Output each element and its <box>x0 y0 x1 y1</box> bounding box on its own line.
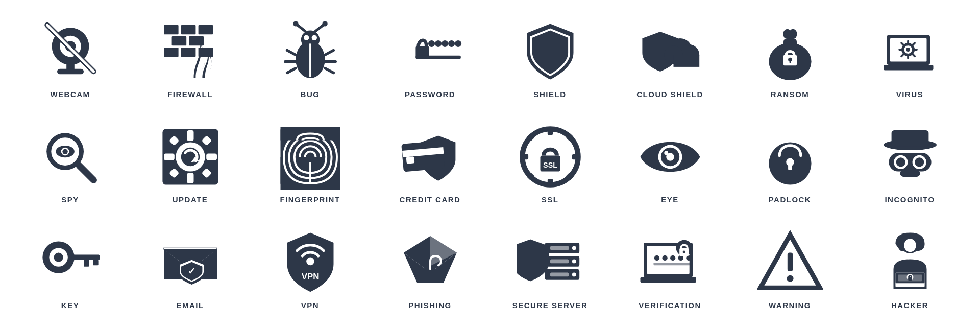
spy-label: SPY <box>61 195 79 204</box>
svg-text:✓: ✓ <box>188 267 195 277</box>
eye-icon <box>637 124 703 190</box>
icon-cell-bug: BUG <box>250 5 370 111</box>
icon-cell-phishing: PHISHING <box>370 216 490 322</box>
icon-cell-eye: EYE <box>610 111 730 217</box>
svg-rect-91 <box>547 127 552 135</box>
svg-rect-69 <box>187 173 193 184</box>
svg-point-64 <box>62 149 67 154</box>
ssl-icon: SSL <box>517 124 583 190</box>
svg-point-115 <box>915 158 924 167</box>
svg-point-145 <box>654 255 659 261</box>
svg-line-55 <box>913 54 915 56</box>
svg-point-114 <box>896 158 905 167</box>
svg-rect-116 <box>900 170 920 177</box>
eye-label: EYE <box>661 195 679 204</box>
icon-cell-secure-server: SECURE SERVER <box>490 216 610 322</box>
icon-cell-hacker: HACKER <box>850 216 970 322</box>
svg-rect-40 <box>673 55 699 66</box>
icon-cell-padlock: PADLOCK <box>730 111 850 217</box>
email-icon: ✓ <box>157 229 224 296</box>
svg-rect-120 <box>71 255 100 260</box>
ransom-label: RANSOM <box>771 90 810 99</box>
icon-cell-verification: VERIFICATION <box>610 216 730 322</box>
shield-icon <box>517 18 583 85</box>
svg-rect-4 <box>57 69 84 74</box>
svg-rect-42 <box>783 38 797 50</box>
svg-rect-121 <box>84 260 89 267</box>
svg-point-127 <box>306 258 314 266</box>
icon-cell-incognito: INCOGNITO <box>850 111 970 217</box>
vpn-label: VPN <box>301 301 319 310</box>
svg-rect-12 <box>164 48 179 57</box>
phishing-label: PHISHING <box>408 301 452 310</box>
svg-rect-71 <box>206 154 217 160</box>
svg-line-25 <box>287 68 296 73</box>
svg-rect-68 <box>187 130 193 141</box>
svg-text:VPN: VPN <box>301 272 319 282</box>
svg-point-148 <box>678 255 683 261</box>
cloud-shield-icon <box>637 18 703 85</box>
key-icon <box>37 229 104 296</box>
svg-point-138 <box>572 273 576 277</box>
icon-cell-vpn: VPN VPN <box>250 216 370 322</box>
hacker-label: HACKER <box>891 301 928 310</box>
svg-point-18 <box>311 35 316 40</box>
icon-cell-firewall: FIREWALL <box>130 5 250 111</box>
shield-label: SHIELD <box>533 90 566 99</box>
svg-rect-48 <box>884 65 934 70</box>
svg-rect-122 <box>93 260 98 265</box>
svg-point-33 <box>442 40 448 47</box>
verification-icon <box>637 229 703 296</box>
update-icon <box>157 124 224 190</box>
svg-rect-36 <box>415 56 460 59</box>
svg-line-65 <box>79 166 93 180</box>
svg-line-23 <box>287 50 296 55</box>
svg-point-119 <box>54 253 63 262</box>
svg-rect-93 <box>520 154 528 159</box>
svg-point-21 <box>293 21 298 26</box>
icon-cell-password: PASSWORD <box>370 5 490 111</box>
svg-marker-132 <box>417 269 444 283</box>
firewall-label: FIREWALL <box>167 90 213 99</box>
email-label: EMAIL <box>176 301 204 310</box>
svg-point-146 <box>662 255 667 261</box>
svg-rect-163 <box>908 277 912 281</box>
bug-label: BUG <box>301 90 320 99</box>
icon-grid: WEBCAM FIREWALL <box>10 5 970 322</box>
secure-server-label: SECURE SERVER <box>512 301 588 310</box>
svg-line-57 <box>901 54 903 56</box>
svg-rect-139 <box>550 246 569 250</box>
webcam-label: WEBCAM <box>50 90 90 99</box>
icon-cell-webcam: WEBCAM <box>10 5 130 111</box>
svg-rect-8 <box>181 25 195 34</box>
fingerprint-icon <box>277 124 344 190</box>
svg-rect-155 <box>787 253 792 271</box>
icon-cell-ssl: SSL SSL <box>490 111 610 217</box>
icon-cell-email: ✓ EMAIL <box>130 216 250 322</box>
svg-point-35 <box>455 40 461 47</box>
firewall-icon <box>157 18 224 85</box>
svg-rect-89 <box>406 157 414 164</box>
svg-rect-9 <box>198 25 213 34</box>
svg-point-34 <box>448 40 455 47</box>
svg-point-153 <box>682 251 685 253</box>
svg-rect-70 <box>164 154 175 160</box>
svg-rect-141 <box>550 273 569 277</box>
virus-icon <box>877 18 943 85</box>
svg-rect-13 <box>181 48 195 57</box>
svg-point-32 <box>435 40 442 47</box>
svg-line-54 <box>901 43 903 45</box>
svg-rect-140 <box>550 260 569 264</box>
cloud-shield-label: CLOUD SHIELD <box>636 90 703 99</box>
icon-cell-spy: SPY <box>10 111 130 217</box>
padlock-label: PADLOCK <box>769 195 812 204</box>
password-label: PASSWORD <box>405 90 455 99</box>
padlock-icon <box>757 124 823 190</box>
svg-rect-150 <box>653 263 691 265</box>
hacker-icon <box>877 229 943 296</box>
virus-label: VIRUS <box>896 90 923 99</box>
verification-label: VERIFICATION <box>639 301 701 310</box>
spy-icon <box>37 124 104 190</box>
svg-point-137 <box>572 260 576 264</box>
warning-label: WARNING <box>769 301 811 310</box>
